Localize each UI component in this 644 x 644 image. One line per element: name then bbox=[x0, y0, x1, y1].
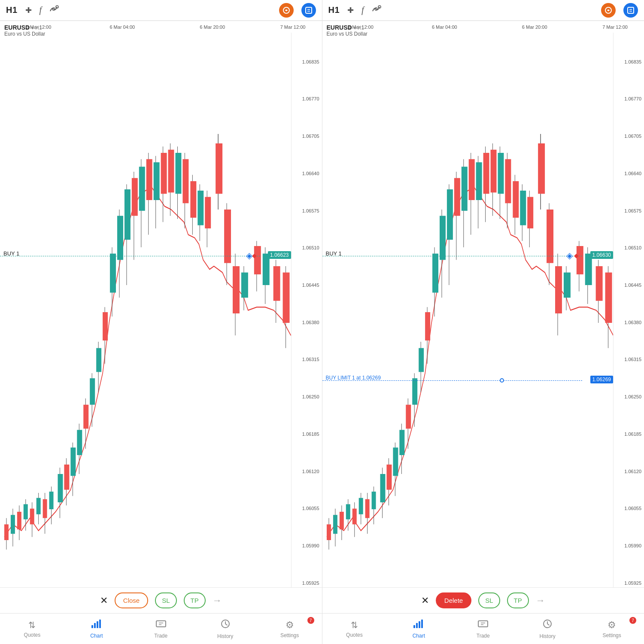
svg-rect-67 bbox=[224, 210, 231, 263]
left-nav-quotes[interactable]: ⇅ Quotes bbox=[0, 614, 64, 644]
left-nav-chart[interactable]: Chart bbox=[64, 614, 129, 644]
right-indicator-icon[interactable] bbox=[372, 5, 382, 15]
right-arrow-btn[interactable]: → bbox=[536, 595, 545, 606]
left-sync-btn[interactable] bbox=[301, 3, 316, 18]
svg-rect-111 bbox=[412, 378, 417, 405]
left-close-btn[interactable]: Close bbox=[115, 592, 148, 608]
svg-rect-164 bbox=[156, 621, 166, 627]
right-sl-btn[interactable]: SL bbox=[478, 592, 500, 608]
left-chart-info: EURUSD ▾ H1 Euro vs US Dollar bbox=[4, 24, 45, 37]
right-nav-settings[interactable]: ⚙ Settings 7 bbox=[580, 614, 644, 644]
left-trade-label: Trade bbox=[154, 633, 167, 639]
svg-rect-133 bbox=[490, 150, 496, 193]
right-close-x[interactable]: ✕ bbox=[421, 595, 429, 606]
left-history-label: History bbox=[217, 633, 233, 639]
left-buy-label: BUY 1 bbox=[3, 250, 19, 257]
left-f-icon[interactable]: f bbox=[39, 5, 42, 15]
right-settings-label: Settings bbox=[602, 632, 621, 638]
right-crosshair-icon[interactable]: ✚ bbox=[347, 6, 354, 15]
left-tp-btn[interactable]: TP bbox=[184, 592, 206, 608]
left-close-x[interactable]: ✕ bbox=[100, 595, 108, 606]
left-timeframe: H1 bbox=[6, 5, 18, 15]
price-16: 1.05925 bbox=[292, 581, 322, 586]
right-buy-limit-price: 1.06269 bbox=[590, 376, 613, 383]
right-f-icon[interactable]: f bbox=[361, 5, 364, 15]
left-buy-anchor[interactable]: ◈ bbox=[246, 250, 252, 261]
right-nav-trade[interactable]: Trade bbox=[451, 614, 515, 644]
right-sync-btn[interactable] bbox=[623, 3, 638, 18]
right-live-btn[interactable] bbox=[601, 3, 616, 18]
right-buy-limit-label: BUY LIMIT 1 at 1.06269 bbox=[326, 375, 381, 381]
r-price-9: 1.06380 bbox=[614, 320, 644, 325]
left-symbol: EURUSD ▾ H1 bbox=[4, 24, 45, 31]
svg-rect-157 bbox=[595, 266, 602, 301]
left-nav-settings[interactable]: ⚙ Settings 7 bbox=[258, 614, 322, 644]
left-indicator-icon[interactable] bbox=[49, 5, 60, 15]
svg-rect-121 bbox=[447, 189, 453, 240]
svg-rect-89 bbox=[339, 512, 343, 529]
right-buy-line: BUY 1 ◆ 1.06630 ◈ bbox=[322, 256, 583, 256]
price-5: 1.06640 bbox=[292, 171, 322, 176]
right-time-axis: 3 Mar 12:00 6 Mar 04:00 6 Mar 20:00 7 Ma… bbox=[322, 21, 644, 33]
right-description: Euro vs US Dollar bbox=[327, 31, 368, 37]
right-tp-btn[interactable]: TP bbox=[507, 592, 529, 608]
right-nav-chart[interactable]: Chart bbox=[386, 614, 451, 644]
right-buy-price: 1.06630 bbox=[590, 251, 613, 259]
svg-rect-71 bbox=[241, 273, 248, 298]
right-chart-info: EURUSD ▾ H1 Euro vs US Dollar bbox=[327, 24, 368, 37]
right-nav-quotes[interactable]: ⇅ Quotes bbox=[322, 614, 387, 644]
left-history-icon bbox=[220, 619, 231, 632]
left-crosshair-icon[interactable]: ✚ bbox=[25, 6, 32, 15]
left-time-2: 6 Mar 04:00 bbox=[109, 24, 135, 30]
svg-rect-125 bbox=[461, 167, 467, 211]
left-settings-icon: ⚙ bbox=[286, 620, 294, 631]
svg-rect-3 bbox=[306, 7, 312, 13]
svg-rect-31 bbox=[90, 378, 95, 405]
svg-rect-27 bbox=[77, 430, 82, 455]
right-nav-history[interactable]: History bbox=[515, 614, 580, 644]
left-nav-history[interactable]: History bbox=[193, 614, 258, 644]
price-2: 1.06835 bbox=[292, 60, 322, 64]
right-history-icon bbox=[542, 619, 553, 632]
right-chart-panel: H1 ✚ f EURUSD ▾ H1 Euro bbox=[322, 0, 644, 613]
r-price-12: 1.06185 bbox=[614, 432, 644, 437]
left-action-bar: ✕ Close SL TP → bbox=[0, 587, 322, 613]
svg-rect-115 bbox=[425, 312, 430, 340]
right-buy-anchor[interactable]: ◈ bbox=[566, 250, 573, 261]
left-description: Euro vs US Dollar bbox=[4, 31, 45, 37]
left-nav-trade[interactable]: Trade bbox=[129, 614, 193, 644]
svg-rect-131 bbox=[483, 153, 489, 194]
svg-rect-101 bbox=[380, 474, 385, 502]
svg-rect-59 bbox=[190, 181, 196, 218]
left-arrow-btn[interactable]: → bbox=[213, 595, 222, 606]
svg-rect-43 bbox=[132, 178, 138, 216]
price-11: 1.06250 bbox=[292, 395, 322, 399]
svg-rect-21 bbox=[58, 474, 63, 502]
right-buy-diamond: ◆ bbox=[574, 252, 579, 259]
left-chart-label: Chart bbox=[90, 633, 103, 639]
r-price-2: 1.06835 bbox=[614, 60, 644, 64]
svg-rect-73 bbox=[254, 246, 261, 274]
left-settings-badge: 7 bbox=[307, 617, 314, 624]
left-live-btn[interactable] bbox=[279, 3, 294, 18]
main-container: H1 ✚ f EURUSD ▾ H1 Euro bbox=[0, 0, 644, 613]
r-price-16: 1.05925 bbox=[614, 581, 644, 586]
right-trade-label: Trade bbox=[477, 633, 490, 639]
quotes-label: Quotes bbox=[24, 632, 41, 638]
svg-rect-45 bbox=[139, 167, 145, 211]
left-sl-btn[interactable]: SL bbox=[155, 592, 176, 608]
svg-rect-162 bbox=[97, 621, 98, 628]
right-delete-btn[interactable]: Delete bbox=[436, 592, 471, 608]
r-price-5: 1.06640 bbox=[614, 171, 644, 176]
svg-rect-168 bbox=[413, 625, 415, 628]
svg-rect-147 bbox=[547, 210, 553, 263]
svg-rect-57 bbox=[182, 159, 188, 204]
svg-rect-93 bbox=[352, 509, 356, 525]
right-tf-label: ▾ H1 bbox=[354, 25, 365, 31]
svg-rect-49 bbox=[154, 162, 160, 200]
r-price-15: 1.05990 bbox=[614, 544, 644, 548]
svg-rect-37 bbox=[110, 254, 116, 293]
r-price-6: 1.06575 bbox=[614, 209, 644, 213]
svg-rect-153 bbox=[576, 246, 583, 274]
right-history-label: History bbox=[540, 633, 556, 639]
